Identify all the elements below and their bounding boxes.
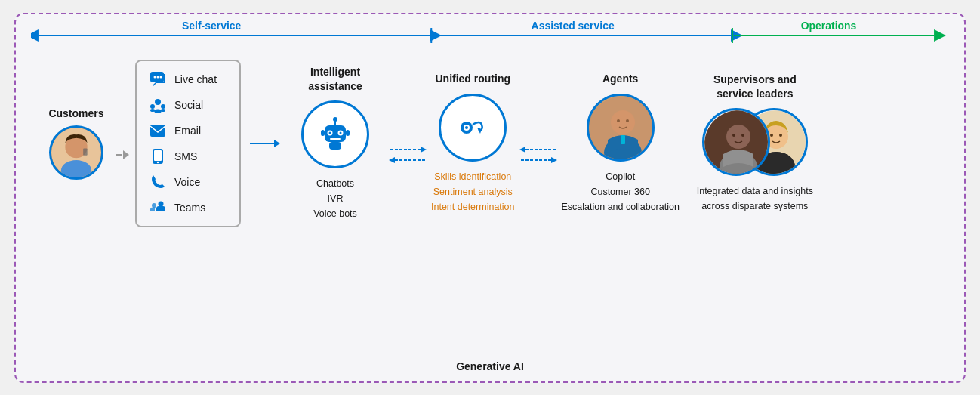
svg-point-63 — [779, 134, 782, 137]
svg-point-33 — [340, 131, 342, 134]
ur-title: Unified routing — [435, 72, 510, 85]
svg-rect-22 — [150, 125, 165, 137]
supervisors-photos — [702, 108, 808, 176]
voice-label: Voice — [174, 176, 200, 188]
svg-text:Operations: Operations — [801, 19, 857, 31]
teams-label: Teams — [174, 202, 205, 214]
ia-circle — [301, 100, 369, 168]
svg-point-13 — [154, 76, 156, 78]
agents-title: Agents — [602, 72, 638, 85]
svg-point-15 — [160, 76, 162, 78]
supervisors-title: Supervisors and service leaders — [695, 73, 815, 100]
svg-text:Self-service: Self-service — [182, 19, 242, 31]
svg-rect-52 — [621, 135, 625, 144]
double-arrow-ia-ur — [389, 143, 427, 166]
svg-point-17 — [150, 104, 155, 109]
diagram-container: Self-service Assisted service Operations… — [14, 13, 966, 383]
sms-label: SMS — [174, 150, 197, 162]
voice-icon — [149, 173, 167, 191]
svg-point-57 — [741, 134, 744, 137]
agents-section: Agents Copilot Customer 360 — [562, 72, 680, 214]
live-chat-icon — [149, 70, 167, 88]
main-content: Customers — [31, 60, 949, 227]
svg-point-26 — [159, 201, 164, 206]
svg-rect-38 — [321, 130, 325, 136]
line-cust-to-channels — [116, 154, 122, 156]
svg-point-62 — [770, 134, 773, 137]
channel-email: Email — [149, 122, 227, 140]
customers-label: Customers — [48, 107, 103, 119]
customers-section: Customers — [39, 107, 114, 180]
svg-point-51 — [626, 119, 629, 122]
social-icon — [149, 96, 167, 114]
svg-point-44 — [465, 126, 468, 129]
supervisors-details: Integrated data and insights across disp… — [696, 184, 813, 214]
customer-avatar — [49, 125, 103, 180]
svg-point-27 — [152, 203, 156, 208]
channel-teams: Teams — [149, 199, 227, 217]
ur-circle — [439, 94, 507, 162]
svg-point-19 — [154, 109, 162, 113]
unified-routing-section: Unified routing Skills identification Se… — [431, 72, 515, 214]
bottom-label: Generative AI — [456, 360, 524, 372]
supervisors-section: Supervisors and service leaders — [695, 73, 815, 213]
channel-live-chat: Live chat — [149, 70, 227, 88]
svg-point-32 — [329, 131, 331, 134]
svg-rect-39 — [346, 130, 350, 136]
top-arrow-bar: Self-service Assisted service Operations — [31, 14, 949, 52]
arrow-channels-to-ia — [250, 136, 280, 151]
channel-social: Social — [149, 96, 227, 114]
svg-rect-36 — [330, 138, 341, 140]
double-arrow-ur-agents — [519, 143, 557, 166]
supervisor-photo-1 — [702, 108, 770, 176]
channels-section: Live chat Social — [135, 60, 241, 227]
svg-point-18 — [161, 104, 165, 109]
svg-point-54 — [726, 125, 750, 149]
svg-point-48 — [611, 110, 635, 134]
svg-point-16 — [155, 99, 161, 105]
channel-voice: Voice — [149, 173, 227, 191]
teams-icon — [149, 199, 167, 217]
ia-details: Chatbots IVR Voice bots — [313, 176, 357, 221]
svg-point-21 — [161, 109, 165, 112]
channel-sms: SMS — [149, 147, 227, 165]
svg-point-20 — [150, 109, 155, 112]
svg-point-14 — [157, 76, 159, 78]
agents-photo — [587, 94, 655, 162]
svg-rect-37 — [329, 142, 341, 150]
intelligent-assistance-section: Intelligent assistance — [286, 65, 384, 221]
svg-point-56 — [732, 134, 735, 137]
sms-icon — [149, 147, 167, 165]
social-label: Social — [174, 99, 203, 111]
live-chat-label: Live chat — [174, 73, 217, 85]
ia-title: Intelligent assistance — [286, 65, 384, 92]
ur-details: Skills identification Sentiment analysis… — [431, 169, 515, 214]
svg-rect-11 — [83, 148, 88, 155]
svg-point-25 — [157, 161, 159, 162]
channels-list: Live chat Social — [135, 60, 241, 227]
arrow-cust-to-channels — [123, 150, 129, 159]
svg-point-35 — [333, 117, 337, 122]
svg-text:Assisted service: Assisted service — [532, 19, 615, 31]
svg-point-50 — [617, 119, 620, 122]
svg-rect-24 — [154, 150, 162, 161]
email-icon — [149, 122, 167, 140]
email-label: Email — [174, 125, 201, 137]
agents-details: Copilot Customer 360 Escalation and coll… — [562, 169, 680, 214]
